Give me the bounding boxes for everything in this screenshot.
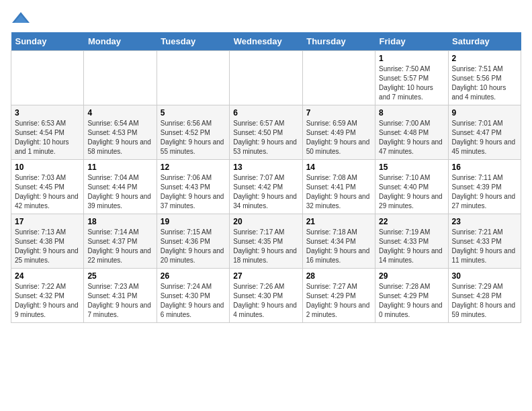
cell-week4-day5: 22Sunrise: 7:19 AM Sunset: 4:33 PM Dayli… [375,214,448,269]
day-info: Sunrise: 6:53 AM Sunset: 4:54 PM Dayligh… [15,119,80,156]
day-info: Sunrise: 7:04 AM Sunset: 4:44 PM Dayligh… [87,173,152,211]
week-row-2: 3Sunrise: 6:53 AM Sunset: 4:54 PM Daylig… [11,105,521,160]
day-number: 11 [87,163,152,172]
cell-week5-day6: 30Sunrise: 7:29 AM Sunset: 4:28 PM Dayli… [448,269,521,323]
cell-week4-day2: 19Sunrise: 7:15 AM Sunset: 4:36 PM Dayli… [157,214,229,269]
day-info: Sunrise: 7:06 AM Sunset: 4:43 PM Dayligh… [161,173,226,211]
day-number: 3 [15,108,80,118]
day-info: Sunrise: 6:56 AM Sunset: 4:52 PM Dayligh… [161,119,226,156]
cell-week3-day6: 16Sunrise: 7:11 AM Sunset: 4:39 PM Dayli… [448,160,521,214]
day-number: 25 [87,271,152,281]
day-number: 15 [379,163,444,172]
cell-week5-day1: 25Sunrise: 7:23 AM Sunset: 4:31 PM Dayli… [84,269,157,323]
day-info: Sunrise: 7:28 AM Sunset: 4:29 PM Dayligh… [379,282,444,320]
day-number: 13 [233,163,298,172]
day-info: Sunrise: 7:00 AM Sunset: 4:48 PM Dayligh… [379,119,444,156]
cell-week4-day6: 23Sunrise: 7:21 AM Sunset: 4:33 PM Dayli… [448,214,521,269]
cell-week1-day4 [302,51,375,105]
day-info: Sunrise: 7:27 AM Sunset: 4:29 PM Dayligh… [306,282,371,320]
day-info: Sunrise: 7:15 AM Sunset: 4:36 PM Dayligh… [161,228,226,265]
day-info: Sunrise: 6:54 AM Sunset: 4:53 PM Dayligh… [87,119,152,156]
day-info: Sunrise: 7:10 AM Sunset: 4:40 PM Dayligh… [379,173,444,211]
cell-week1-day0 [11,51,84,105]
day-info: Sunrise: 7:18 AM Sunset: 4:34 PM Dayligh… [306,228,371,265]
cell-week4-day0: 17Sunrise: 7:13 AM Sunset: 4:38 PM Dayli… [11,214,84,269]
day-number: 24 [15,271,80,281]
day-info: Sunrise: 7:24 AM Sunset: 4:30 PM Dayligh… [161,282,226,320]
day-info: Sunrise: 7:21 AM Sunset: 4:33 PM Dayligh… [452,228,517,265]
day-info: Sunrise: 7:13 AM Sunset: 4:38 PM Dayligh… [15,228,80,265]
cell-week5-day4: 28Sunrise: 7:27 AM Sunset: 4:29 PM Dayli… [302,269,375,323]
day-number: 21 [306,217,371,226]
cell-week1-day3 [230,51,302,105]
day-info: Sunrise: 7:23 AM Sunset: 4:31 PM Dayligh… [87,282,152,320]
day-info: Sunrise: 7:07 AM Sunset: 4:42 PM Dayligh… [233,173,298,211]
weekday-tuesday: Tuesday [157,32,229,51]
day-info: Sunrise: 7:26 AM Sunset: 4:30 PM Dayligh… [233,282,298,320]
cell-week3-day4: 14Sunrise: 7:08 AM Sunset: 4:41 PM Dayli… [302,160,375,214]
day-info: Sunrise: 7:08 AM Sunset: 4:41 PM Dayligh… [306,173,371,211]
day-number: 8 [379,108,444,118]
weekday-monday: Monday [84,32,157,51]
day-info: Sunrise: 7:22 AM Sunset: 4:32 PM Dayligh… [15,282,80,320]
cell-week2-day5: 8Sunrise: 7:00 AM Sunset: 4:48 PM Daylig… [375,105,448,160]
day-info: Sunrise: 6:59 AM Sunset: 4:49 PM Dayligh… [306,119,371,156]
cell-week3-day3: 13Sunrise: 7:07 AM Sunset: 4:42 PM Dayli… [230,160,302,214]
cell-week3-day2: 12Sunrise: 7:06 AM Sunset: 4:43 PM Dayli… [157,160,229,214]
day-number: 20 [233,217,298,226]
day-number: 7 [306,108,371,118]
day-number: 1 [379,54,444,63]
day-number: 23 [452,217,517,226]
day-number: 10 [15,163,80,172]
day-info: Sunrise: 7:11 AM Sunset: 4:39 PM Dayligh… [452,173,517,211]
weekday-wednesday: Wednesday [230,32,302,51]
cell-week1-day2 [157,51,229,105]
day-number: 12 [161,163,226,172]
weekday-saturday: Saturday [448,32,521,51]
weekday-sunday: Sunday [11,32,84,51]
day-info: Sunrise: 7:50 AM Sunset: 5:57 PM Dayligh… [379,64,444,102]
cell-week5-day0: 24Sunrise: 7:22 AM Sunset: 4:32 PM Dayli… [11,269,84,323]
day-info: Sunrise: 7:19 AM Sunset: 4:33 PM Dayligh… [379,228,444,265]
day-info: Sunrise: 6:57 AM Sunset: 4:50 PM Dayligh… [233,119,298,156]
cell-week5-day3: 27Sunrise: 7:26 AM Sunset: 4:30 PM Dayli… [230,269,302,323]
logo [11,11,34,27]
day-number: 28 [306,271,371,281]
header [11,11,521,27]
day-number: 30 [452,271,517,281]
cell-week4-day3: 20Sunrise: 7:17 AM Sunset: 4:35 PM Dayli… [230,214,302,269]
cell-week3-day5: 15Sunrise: 7:10 AM Sunset: 4:40 PM Dayli… [375,160,448,214]
day-number: 29 [379,271,444,281]
cell-week2-day4: 7Sunrise: 6:59 AM Sunset: 4:49 PM Daylig… [302,105,375,160]
cell-week1-day1 [84,51,157,105]
day-number: 27 [233,271,298,281]
day-info: Sunrise: 7:29 AM Sunset: 4:28 PM Dayligh… [452,282,517,320]
weekday-row: SundayMondayTuesdayWednesdayThursdayFrid… [11,32,521,51]
cell-week2-day1: 4Sunrise: 6:54 AM Sunset: 4:53 PM Daylig… [84,105,157,160]
week-row-1: 1Sunrise: 7:50 AM Sunset: 5:57 PM Daylig… [11,51,521,105]
week-row-3: 10Sunrise: 7:03 AM Sunset: 4:45 PM Dayli… [11,160,521,214]
day-info: Sunrise: 7:14 AM Sunset: 4:37 PM Dayligh… [87,228,152,265]
day-number: 16 [452,163,517,172]
cell-week1-day5: 1Sunrise: 7:50 AM Sunset: 5:57 PM Daylig… [375,51,448,105]
weekday-friday: Friday [375,32,448,51]
day-number: 18 [87,217,152,226]
cell-week5-day5: 29Sunrise: 7:28 AM Sunset: 4:29 PM Dayli… [375,269,448,323]
cell-week4-day1: 18Sunrise: 7:14 AM Sunset: 4:37 PM Dayli… [84,214,157,269]
cell-week2-day2: 5Sunrise: 6:56 AM Sunset: 4:52 PM Daylig… [157,105,229,160]
week-row-5: 24Sunrise: 7:22 AM Sunset: 4:32 PM Dayli… [11,269,521,323]
day-number: 2 [452,54,517,63]
day-number: 9 [452,108,517,118]
day-number: 26 [161,271,226,281]
calendar-header: SundayMondayTuesdayWednesdayThursdayFrid… [11,32,521,51]
cell-week2-day6: 9Sunrise: 7:01 AM Sunset: 4:47 PM Daylig… [448,105,521,160]
cell-week5-day2: 26Sunrise: 7:24 AM Sunset: 4:30 PM Dayli… [157,269,229,323]
day-info: Sunrise: 7:01 AM Sunset: 4:47 PM Dayligh… [452,119,517,156]
cell-week1-day6: 2Sunrise: 7:51 AM Sunset: 5:56 PM Daylig… [448,51,521,105]
day-number: 14 [306,163,371,172]
day-number: 17 [15,217,80,226]
day-number: 22 [379,217,444,226]
day-info: Sunrise: 7:51 AM Sunset: 5:56 PM Dayligh… [452,64,517,102]
cell-week3-day0: 10Sunrise: 7:03 AM Sunset: 4:45 PM Dayli… [11,160,84,214]
cell-week3-day1: 11Sunrise: 7:04 AM Sunset: 4:44 PM Dayli… [84,160,157,214]
